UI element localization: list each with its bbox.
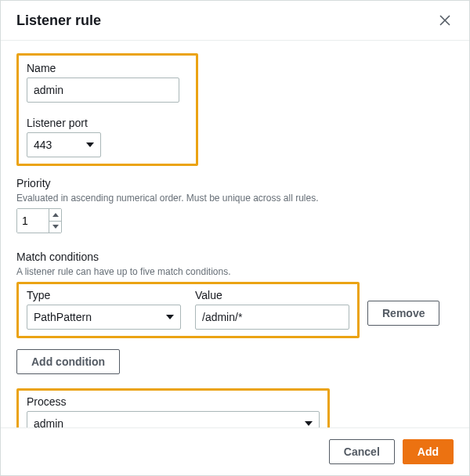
match-conditions-hint: A listener rule can have up to five matc…: [16, 266, 454, 277]
caret-down-icon: [305, 421, 313, 426]
priority-field: Priority Evaluated in ascending numerica…: [16, 177, 454, 233]
add-condition-row: Add condition: [16, 349, 454, 374]
listener-port-value: 443: [34, 139, 52, 151]
priority-step-down[interactable]: [49, 222, 61, 233]
match-value-label: Value: [195, 289, 349, 301]
chevron-up-icon: [52, 213, 59, 217]
remove-button-wrap: Remove: [367, 301, 439, 326]
caret-down-icon: [166, 315, 174, 319]
name-field: Name: [27, 62, 188, 103]
caret-down-icon: [86, 142, 94, 147]
priority-spinners: [49, 209, 61, 233]
modal-footer: Cancel Add: [1, 427, 469, 475]
listener-port-label: Listener port: [27, 117, 188, 129]
modal-header: Listener rule: [1, 1, 469, 41]
priority-step-up[interactable]: [49, 209, 61, 222]
match-type-select[interactable]: PathPattern: [27, 305, 181, 330]
match-value-input[interactable]: [195, 305, 349, 330]
listener-port-select[interactable]: 443: [27, 132, 101, 157]
priority-input[interactable]: [17, 209, 49, 233]
name-label: Name: [27, 62, 188, 74]
priority-label: Priority: [16, 177, 454, 189]
highlight-name-port: Name Listener port 443: [16, 53, 198, 166]
modal-title: Listener rule: [16, 13, 101, 29]
priority-stepper: [16, 208, 62, 233]
close-button[interactable]: [436, 12, 454, 29]
process-select[interactable]: admin: [27, 411, 320, 427]
listener-rule-modal: Listener rule Name Listener port 443: [0, 0, 470, 476]
modal-body: Name Listener port 443 Priority Evaluate…: [1, 41, 469, 427]
remove-condition-button[interactable]: Remove: [367, 301, 439, 326]
match-value-field: Value: [195, 289, 349, 330]
listener-port-field: Listener port 443: [27, 117, 188, 157]
match-conditions-label: Match conditions: [16, 251, 454, 263]
name-input[interactable]: [27, 78, 179, 103]
chevron-down-icon: [52, 225, 59, 229]
highlight-match-condition: Type PathPattern Value: [16, 282, 360, 338]
match-type-label: Type: [27, 289, 181, 301]
process-label: Process: [27, 395, 320, 408]
match-condition-row: Type PathPattern Value Remove: [16, 282, 454, 338]
match-type-field: Type PathPattern: [27, 289, 181, 330]
highlight-process: Process admin: [16, 388, 330, 427]
add-condition-button[interactable]: Add condition: [16, 349, 120, 374]
close-icon: [439, 15, 450, 26]
add-button[interactable]: Add: [403, 439, 454, 464]
match-type-value: PathPattern: [34, 311, 92, 323]
cancel-button[interactable]: Cancel: [329, 439, 395, 464]
process-value: admin: [34, 417, 63, 427]
match-conditions-field: Match conditions A listener rule can hav…: [16, 251, 454, 277]
priority-hint: Evaluated in ascending numerical order. …: [16, 193, 454, 204]
